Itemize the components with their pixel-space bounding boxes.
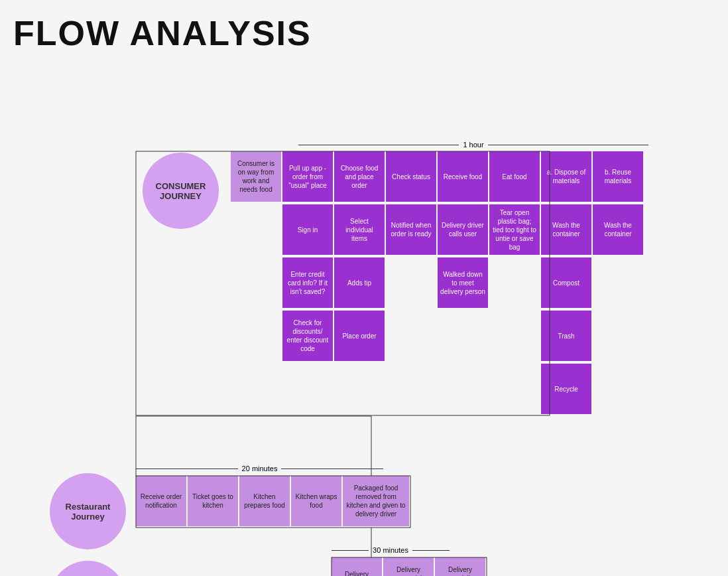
consumer-row5: Recycle bbox=[231, 364, 643, 414]
kitchen-wraps-box: Kitchen wraps food bbox=[291, 476, 341, 526]
receive-order-box: Receive order notification bbox=[136, 476, 186, 526]
eat-food-box: Eat food bbox=[489, 151, 540, 202]
restaurant-label: Restaurant Journey bbox=[66, 502, 111, 522]
twenty-min-label: 20 minutes bbox=[136, 465, 383, 472]
sign-in-box: Sign in bbox=[282, 204, 333, 255]
delivery-circle: Delivery Driver bbox=[50, 561, 126, 576]
wash-container-box1: Wash the container bbox=[541, 204, 591, 255]
credit-card-box: Enter credit card info? If it isn't save… bbox=[282, 257, 333, 308]
thirty-min-label: 30 minutes bbox=[332, 546, 450, 554]
restaurant-circle: Restaurant Journey bbox=[50, 473, 126, 549]
consumer-label: CONSUMER JOURNEY bbox=[156, 181, 206, 201]
tear-open-box: Tear open plastic bag; tied too tight to… bbox=[489, 204, 540, 255]
discounts-box: Check for discounts/ enter discount code bbox=[282, 311, 333, 361]
one-hour-label: 1 hour bbox=[298, 141, 648, 149]
pull-up-app-box: Pull up app - order from "usual" place bbox=[282, 151, 333, 202]
driver-calls-box: Delivery driver calls user bbox=[438, 204, 488, 255]
restaurant-row: Receive order notification Ticket goes t… bbox=[136, 476, 409, 526]
packaged-food-box: Packaged food removed from kitchen and g… bbox=[343, 476, 409, 526]
consumer-circle: CONSUMER JOURNEY bbox=[143, 153, 219, 229]
ticket-kitchen-box: Ticket goes to kitchen bbox=[188, 476, 238, 526]
consumer-row3: Enter credit card info? If it isn't save… bbox=[231, 257, 643, 308]
receive-food-box: Receive food bbox=[438, 151, 488, 202]
adds-tip-box: Adds tip bbox=[334, 257, 385, 308]
consumer-context-box: Consumer is on way from work and needs f… bbox=[231, 151, 281, 202]
recycle-box: Recycle bbox=[541, 364, 591, 414]
delivery-notification-box: Delivery person gets notification bbox=[332, 557, 382, 576]
trash-box: Trash bbox=[541, 311, 591, 361]
delivery-row: Delivery person gets notification Delive… bbox=[332, 557, 485, 576]
place-order-box: Place order bbox=[334, 311, 385, 361]
check-status-box: Check status bbox=[386, 151, 436, 202]
delivers-food-box: Delivery person delivers food to consume… bbox=[435, 557, 485, 576]
dispose-materials-box: a. Dispose of materials bbox=[541, 151, 591, 202]
choose-food-box: Choose food and place order bbox=[334, 151, 385, 202]
notified-box: Notified when order is ready bbox=[386, 204, 436, 255]
select-items-box: Select individual items bbox=[334, 204, 385, 255]
walked-down-box: Walked down to meet delivery person bbox=[438, 257, 488, 308]
consumer-row4: Check for discounts/ enter discount code… bbox=[231, 311, 643, 361]
page-title: FLOW ANALYSIS bbox=[13, 13, 715, 53]
pickup-food-box: Delivery person picks up food at restaur… bbox=[383, 557, 434, 576]
kitchen-prepares-box: Kitchen prepares food bbox=[239, 476, 290, 526]
consumer-row2: Sign in Select individual items Notified… bbox=[231, 204, 643, 255]
wash-container-box2: Wash the container bbox=[593, 204, 643, 255]
consumer-row1: Consumer is on way from work and needs f… bbox=[231, 151, 643, 202]
reuse-materials-box: b. Reuse materials bbox=[593, 151, 643, 202]
compost-box: Compost bbox=[541, 257, 591, 308]
